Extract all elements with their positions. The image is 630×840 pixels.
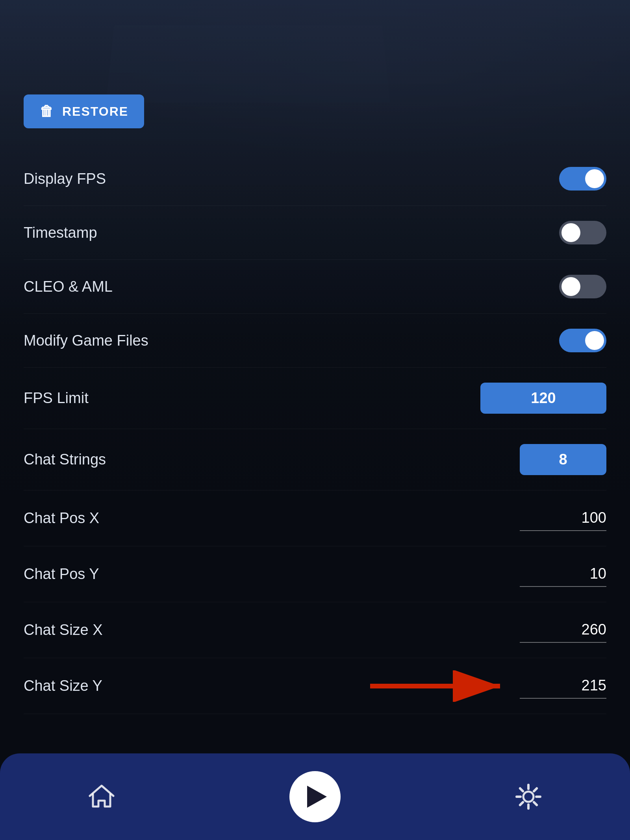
cleo-aml-toggle[interactable] [559, 275, 606, 298]
settings-list: Display FPS Timestamp CLEO & AML Modify … [24, 152, 606, 714]
chat-pos-x-input[interactable] [520, 505, 606, 531]
chat-pos-y-input[interactable] [520, 561, 606, 587]
setting-row-chat-size-y: Chat Size Y [24, 658, 606, 714]
main-content: 🗑 RESTORE Display FPS Timestamp CLEO & A… [0, 94, 630, 714]
display-fps-toggle[interactable] [559, 167, 606, 191]
chat-strings-label: Chat Strings [24, 451, 106, 468]
cleo-aml-label: CLEO & AML [24, 278, 113, 295]
nav-play-button[interactable] [289, 771, 341, 822]
chat-pos-x-label: Chat Pos X [24, 510, 99, 527]
chat-size-y-label: Chat Size Y [24, 677, 102, 694]
setting-row-chat-pos-x: Chat Pos X [24, 490, 606, 546]
setting-row-fps-limit: FPS Limit 120 [24, 368, 606, 429]
nav-settings-button[interactable] [513, 781, 544, 812]
setting-row-cleo-aml: CLEO & AML [24, 260, 606, 314]
modify-game-files-toggle[interactable] [559, 329, 606, 352]
annotation-arrow [370, 670, 512, 702]
setting-row-modify-game-files: Modify Game Files [24, 314, 606, 368]
setting-row-chat-pos-y: Chat Pos Y [24, 546, 606, 602]
setting-row-chat-size-x: Chat Size X [24, 602, 606, 658]
fps-limit-label: FPS Limit [24, 390, 89, 407]
svg-point-2 [523, 792, 534, 802]
chat-size-y-input[interactable] [520, 673, 606, 699]
restore-button-label: RESTORE [62, 104, 128, 119]
modify-game-files-label: Modify Game Files [24, 332, 148, 349]
home-icon [86, 781, 117, 812]
fps-limit-input[interactable]: 120 [480, 383, 606, 414]
nav-home-button[interactable] [86, 781, 117, 812]
chat-pos-y-label: Chat Pos Y [24, 566, 99, 583]
display-fps-label: Display FPS [24, 170, 106, 187]
bottom-nav-bar [0, 753, 630, 840]
gear-icon [513, 781, 544, 812]
chat-size-x-input[interactable] [520, 617, 606, 643]
restore-button[interactable]: 🗑 RESTORE [24, 94, 144, 128]
chat-size-x-label: Chat Size X [24, 622, 103, 638]
trash-icon: 🗑 [39, 103, 54, 120]
chat-strings-input[interactable]: 8 [520, 444, 606, 475]
setting-row-timestamp: Timestamp [24, 206, 606, 260]
timestamp-toggle[interactable] [559, 221, 606, 244]
setting-row-display-fps: Display FPS [24, 152, 606, 206]
setting-row-chat-strings: Chat Strings 8 [24, 429, 606, 490]
play-icon [307, 786, 327, 808]
timestamp-label: Timestamp [24, 224, 97, 241]
